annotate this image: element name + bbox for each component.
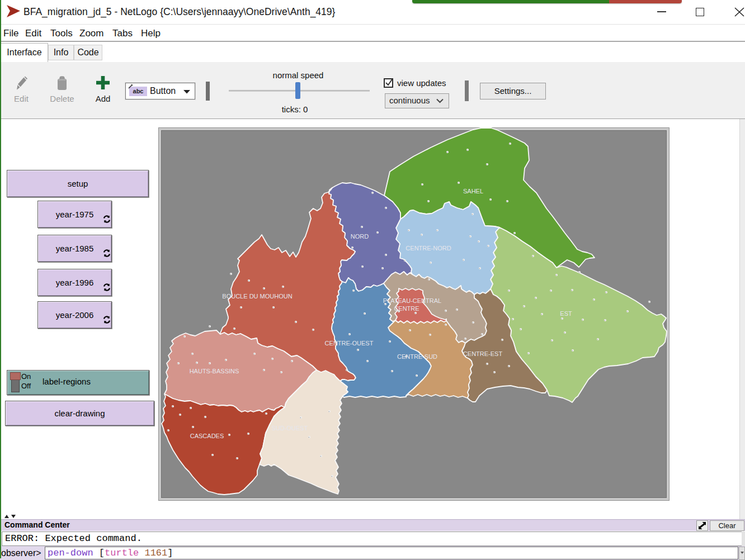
svg-text:CASCADES: CASCADES [190, 433, 224, 439]
svg-text:SAHEL: SAHEL [463, 188, 483, 194]
svg-text:BOUCLE DU MOUHOUN: BOUCLE DU MOUHOUN [222, 293, 292, 300]
svg-text:CENTRE: CENTRE [394, 305, 419, 312]
svg-text:CENTRE-OUEST: CENTRE-OUEST [325, 340, 374, 347]
svg-text:EST: EST [560, 310, 572, 317]
svg-text:CENTRE-SUD: CENTRE-SUD [397, 353, 437, 360]
svg-text:NORD: NORD [351, 233, 369, 240]
svg-text:CENTRE-NORD: CENTRE-NORD [405, 245, 451, 251]
svg-text:CENTRE-EST: CENTRE-EST [463, 350, 503, 357]
svg-text:PLATEAU-CENTRAL: PLATEAU-CENTRAL [383, 297, 441, 304]
svg-text:HAUTS-BASSINS: HAUTS-BASSINS [190, 368, 239, 374]
svg-text:SUD-OUEST: SUD-OUEST [272, 425, 308, 431]
